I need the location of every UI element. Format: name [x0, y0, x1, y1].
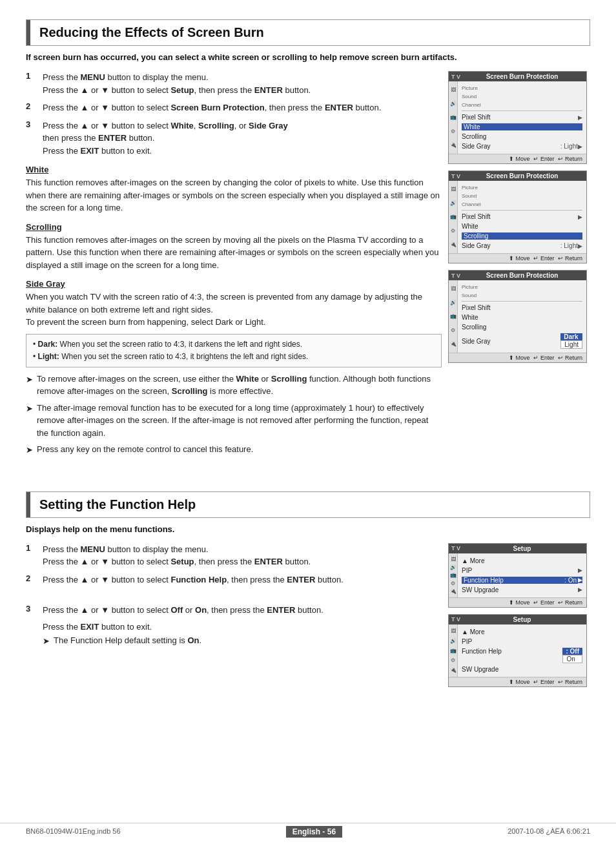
tv-header-2: T V Screen Burn Protection — [449, 171, 586, 181]
tv-wrapper-1: 🖼 🔊 📺 ⚙ 🔌 Picture — [449, 81, 586, 154]
tv-header-left-1: T V — [451, 74, 460, 80]
tv-side-2: 🖼 🔊 📺 ⚙ 🔌 — [449, 181, 458, 253]
arrow-text-3: Press any key on the remote control to c… — [37, 443, 253, 457]
tv-arrow-sidegray-2: ▶ — [578, 243, 582, 249]
tv-row-scrolling-3: Scrolling — [462, 322, 582, 332]
tv-side-sound-4: 🔊 — [450, 564, 457, 570]
tv-footer-4: ⬆ Move ↵ Enter ↩ Return — [449, 597, 586, 607]
tv-row-sidegray-1: Side Gray : Light ▶ — [462, 141, 582, 151]
tv-side-sound-2: 🔊 — [450, 200, 457, 206]
tv-side-channel: 📺 — [450, 114, 457, 120]
tv-label-more-5: ▲ More — [462, 628, 582, 635]
tv-row-white-3: White — [462, 313, 582, 322]
tv-row-pixelshift-3: Pixel Shift — [462, 303, 582, 313]
arrow-icon-3: ➤ — [26, 444, 33, 457]
step-2: 2 Press the ▲ or ▼ button to select Scre… — [26, 101, 442, 114]
arrow-text-fh: The Function Help default setting is On. — [54, 634, 201, 648]
arrow-icon-1: ➤ — [26, 373, 33, 398]
tv-label-sound-3: Sound — [462, 293, 477, 298]
tv-label-white-1: White — [462, 123, 582, 130]
tv-label-white-2: White — [462, 223, 582, 230]
tv-label-picture-3: Picture — [462, 284, 478, 290]
tv-label-swupgrade-4: SW Upgrade — [462, 586, 578, 593]
info-item-light: • Light: When you set the screen ratio t… — [33, 351, 435, 363]
tv-side-input-2: 🔌 — [450, 242, 457, 247]
extra-text-exit: Press the EXIT button to exit. — [43, 622, 442, 632]
tv-dropdown-light: Light — [560, 340, 582, 349]
tv-label-sound-2: Sound — [462, 193, 477, 199]
para-white: This function removes after-images on th… — [26, 176, 442, 214]
tv-side-picture-5: 🖼 — [451, 628, 456, 634]
step-1-text: Press the MENU button to display the men… — [43, 71, 442, 96]
tv-label-scrolling-1: Scrolling — [462, 133, 582, 140]
tv-footer-3: ⬆ Move ↵ Enter ↩ Return — [449, 353, 586, 362]
step-fh-3-num: 3 — [26, 604, 37, 617]
tv-row-picture-2: Picture — [462, 183, 582, 192]
main-content-screen-burn: 1 Press the MENU button to display the m… — [26, 71, 442, 460]
section-screen-burn: Reducing the Effects of Screen Burn If s… — [26, 19, 590, 460]
tv-label-fh-4: Function Help — [462, 577, 563, 584]
arrow-icon-2: ➤ — [26, 402, 33, 440]
tv-footer-return-3: ↩ Return — [558, 355, 582, 361]
tv-main-1: Picture Sound Channel Pixel — [458, 81, 586, 154]
tv-arrow-pip-4: ▶ — [578, 567, 582, 573]
content-area-screen-burn: 1 Press the MENU button to display the m… — [26, 71, 590, 460]
tv-row-pip-4: PIP ▶ — [462, 566, 582, 575]
tv-footer-move-5: ⬆ Move — [509, 679, 530, 685]
tv-row-sound-2: Sound — [462, 192, 582, 200]
tv-row-pixelshift-1: Pixel Shift ▶ — [462, 112, 582, 122]
tv-label-swupgrade-5: SW Upgrade — [462, 666, 582, 673]
step-3: 3 Press the ▲ or ▼ button to select Whit… — [26, 119, 442, 158]
page: Reducing the Effects of Screen Burn If s… — [0, 0, 616, 846]
footer-center: English - 56 — [121, 827, 508, 836]
tv-side-channel-4: 📺 — [450, 572, 457, 578]
tv-body-1: Picture Sound Channel Pixel — [458, 81, 586, 154]
tv-side-1: 🖼 🔊 📺 ⚙ 🔌 — [449, 81, 458, 154]
step-fh-3-text: Press the ▲ or ▼ button to select Off or… — [43, 604, 442, 617]
step-fh-1: 1 Press the MENU button to display the m… — [26, 543, 442, 568]
tv-footer-2: ⬆ Move ↵ Enter ↩ Return — [449, 253, 586, 263]
tv-row-channel-1: Channel — [462, 101, 582, 109]
tv-footer-return-4: ↩ Return — [558, 599, 582, 606]
tv-footer-enter-5: ↵ Enter — [533, 679, 554, 685]
info-item-dark: • Dark: When you set the screen ratio to… — [33, 338, 435, 351]
tv-label-scrolling-2: Scrolling — [462, 232, 582, 240]
tv-label-more-4: ▲ More — [462, 557, 582, 564]
tv-side-picture-4: 🖼 — [451, 557, 456, 562]
step-fh-2: 2 Press the ▲ or ▼ button to select Func… — [26, 573, 442, 586]
tv-wrapper-2: 🖼 🔊 📺 ⚙ 🔌 Picture — [449, 181, 586, 253]
tv-row-scrolling-2: Scrolling — [462, 231, 582, 241]
tv-footer-move-1: ⬆ Move — [509, 156, 530, 162]
tv-dropdown-dark: Dark — [560, 333, 582, 340]
tv-label-picture-2: Picture — [462, 185, 478, 191]
tv-header-5: T V Setup — [449, 615, 586, 624]
tv-side-channel-3: 📺 — [450, 313, 457, 319]
tv-row-swupgrade-4: SW Upgrade ▶ — [462, 585, 582, 595]
footer-right: 2007-10-08 ¿ÀÈÄ 6:06:21 — [508, 827, 590, 836]
tv-row-sound-3: Sound — [462, 291, 582, 300]
tv-body-3: Picture Sound Pixel Shift W — [458, 280, 586, 353]
tv-footer-1: ⬆ Move ↵ Enter ↩ Return — [449, 154, 586, 163]
screenshots-col-function-help: T V Setup 🖼 🔊 📺 ⚙ 🔌 — [448, 543, 590, 687]
tv-screenshot-5: T V Setup 🖼 🔊 📺 ⚙ 🔌 — [448, 614, 587, 687]
tv-label-picture-1: Picture — [462, 85, 478, 91]
tv-row-white-1: White — [462, 122, 582, 132]
tv-header-left-3: T V — [451, 273, 460, 279]
tv-row-picture-3: Picture — [462, 283, 582, 291]
tv-main-5: ▲ More PIP Function Help : Off On — [458, 624, 586, 677]
tv-wrapper-3: 🖼 🔊 📺 ⚙ 🔌 Picture — [449, 280, 586, 353]
tv-label-sidegray-3: Side Gray — [462, 338, 558, 345]
tv-footer-return-1: ↩ Return — [558, 156, 582, 162]
tv-header-left-4: T V — [451, 545, 460, 552]
tv-label-sidegray-2: Side Gray — [462, 242, 560, 249]
tv-header-title-5: Setup — [460, 616, 584, 623]
tv-wrapper-5: 🖼 🔊 📺 ⚙ 🔌 ▲ More — [449, 624, 586, 677]
tv-footer-enter-4: ↵ Enter — [533, 599, 554, 606]
tv-label-pixelshift-1: Pixel Shift — [462, 114, 578, 121]
tv-row-pip-5: PIP — [462, 637, 582, 646]
tv-row-pixelshift-2: Pixel Shift ▶ — [462, 212, 582, 222]
tv-side-channel-2: 📺 — [450, 214, 457, 220]
main-content-function-help: 1 Press the MENU button to display the m… — [26, 543, 442, 687]
sub-heading-sidegray: Side Gray — [26, 279, 442, 289]
tv-header-title-3: Screen Burn Protection — [460, 272, 584, 279]
